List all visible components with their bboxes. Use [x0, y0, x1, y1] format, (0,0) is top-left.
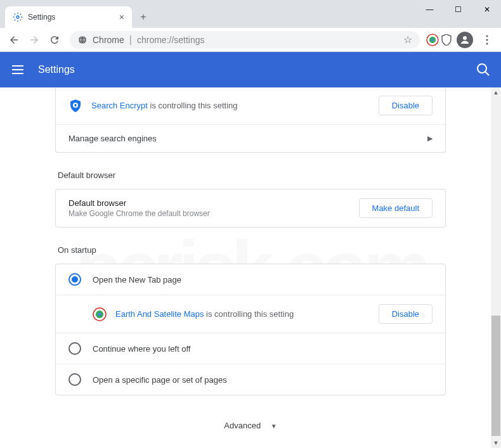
- disable-extension-button[interactable]: Disable: [379, 96, 433, 115]
- startup-specific-label: Open a specific page or set of pages: [93, 375, 433, 385]
- startup-option-specific[interactable]: Open a specific page or set of pages: [56, 364, 445, 395]
- settings-header: Settings: [0, 52, 501, 87]
- extension-icon-earth[interactable]: [426, 34, 439, 46]
- svg-point-11: [478, 64, 486, 73]
- startup-option-continue[interactable]: Continue where you left off: [56, 333, 445, 364]
- radio-new-tab[interactable]: [68, 273, 81, 286]
- chrome-menu-button[interactable]: [478, 31, 496, 49]
- extension-controlling-row: Search Encrypt is controlling this setti…: [56, 87, 445, 124]
- scrollbar-track[interactable]: ▲ ▼: [491, 87, 501, 448]
- search-icon[interactable]: [476, 62, 491, 77]
- browser-tab[interactable]: Settings ×: [5, 6, 132, 28]
- svg-rect-14: [75, 104, 77, 106]
- default-browser-subtitle: Make Google Chrome the default browser: [68, 209, 359, 218]
- manage-search-engines-label: Manage search engines: [68, 134, 427, 143]
- tab-title: Settings: [28, 13, 114, 22]
- back-button[interactable]: [5, 31, 23, 49]
- on-startup-section-title: On startup: [58, 245, 446, 255]
- startup-new-tab-label: Open the New Tab page: [93, 275, 433, 285]
- startup-controlling-suffix: is controlling this setting: [204, 309, 294, 319]
- chevron-down-icon: ▼: [271, 423, 277, 430]
- maximize-button[interactable]: ☐: [444, 0, 472, 19]
- reload-button[interactable]: [46, 31, 63, 49]
- address-bar[interactable]: Chrome | chrome://settings ☆: [70, 31, 420, 49]
- advanced-toggle[interactable]: Advanced ▼: [55, 421, 446, 430]
- radio-specific-pages[interactable]: [68, 373, 81, 386]
- svg-point-8: [486, 35, 488, 37]
- forward-button[interactable]: [25, 31, 43, 49]
- svg-point-17: [98, 312, 101, 316]
- close-tab-icon[interactable]: ×: [119, 12, 124, 22]
- startup-extension-text: Earth And Satelite Maps is controlling t…: [115, 309, 379, 319]
- extension-controlling-text: Search Encrypt is controlling this setti…: [91, 101, 379, 110]
- extension-icon-shield[interactable]: [441, 34, 452, 46]
- chevron-right-icon: ▶: [427, 134, 433, 143]
- minimize-button[interactable]: —: [415, 0, 444, 19]
- scrollbar-down-arrow[interactable]: ▼: [491, 438, 501, 448]
- on-startup-card: Open the New Tab page Earth And Satelite…: [55, 264, 446, 395]
- profile-button[interactable]: [457, 32, 473, 48]
- globe-icon: [77, 35, 88, 45]
- omnibox-origin: Chrome: [93, 35, 124, 45]
- earth-extension-icon: [93, 307, 107, 321]
- svg-line-12: [485, 72, 489, 75]
- window-controls: — ☐ ✕: [415, 0, 501, 19]
- default-browser-title: Default browser: [68, 198, 359, 208]
- make-default-button[interactable]: Make default: [359, 198, 433, 218]
- hamburger-menu-icon[interactable]: [10, 62, 25, 77]
- manage-search-engines-row[interactable]: Manage search engines ▶: [56, 124, 445, 152]
- window-titlebar: Settings × + — ☐ ✕: [0, 0, 501, 28]
- controlling-suffix: is controlling this setting: [148, 101, 238, 110]
- extension-controlling-startup-row: Earth And Satelite Maps is controlling t…: [56, 295, 445, 333]
- new-tab-button[interactable]: +: [134, 8, 152, 26]
- scrollbar-up-arrow[interactable]: ▲: [491, 87, 501, 98]
- shield-extension-icon: [68, 99, 82, 113]
- startup-continue-label: Continue where you left off: [93, 344, 433, 354]
- default-browser-card: Default browser Make Google Chrome the d…: [55, 189, 446, 227]
- svg-point-6: [431, 39, 434, 41]
- svg-point-0: [16, 16, 19, 18]
- browser-toolbar: Chrome | chrome://settings ☆: [0, 28, 501, 52]
- omnibox-divider: |: [129, 34, 132, 46]
- startup-extension-link[interactable]: Earth And Satelite Maps: [115, 309, 204, 319]
- svg-point-9: [486, 39, 488, 41]
- search-engine-card: Search Encrypt is controlling this setti…: [55, 87, 446, 153]
- advanced-label: Advanced: [224, 421, 261, 430]
- extension-link[interactable]: Search Encrypt: [91, 101, 148, 110]
- startup-option-new-tab[interactable]: Open the New Tab page: [56, 264, 445, 295]
- gear-icon: [13, 12, 23, 22]
- bookmark-star-icon[interactable]: ☆: [403, 34, 412, 46]
- page-title: Settings: [38, 64, 476, 75]
- radio-continue[interactable]: [68, 342, 81, 355]
- omnibox-url: chrome://settings: [137, 35, 398, 45]
- default-browser-row: Default browser Make Google Chrome the d…: [56, 189, 445, 227]
- close-window-button[interactable]: ✕: [472, 0, 501, 19]
- disable-startup-extension-button[interactable]: Disable: [379, 304, 433, 324]
- svg-point-10: [486, 42, 488, 44]
- settings-content: Search Encrypt is controlling this setti…: [0, 87, 501, 448]
- default-browser-section-title: Default browser: [58, 170, 446, 180]
- svg-point-7: [463, 36, 467, 40]
- scrollbar-thumb[interactable]: [491, 316, 500, 436]
